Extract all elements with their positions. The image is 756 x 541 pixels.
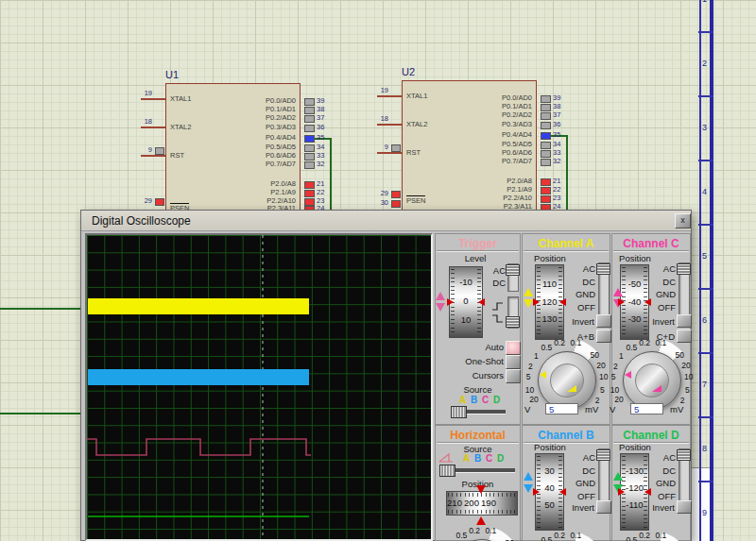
channel-c-gain-knob-value-field[interactable]: 5 [630,403,663,414]
pin-label: P0.1/AD1 [244,106,296,113]
trigger-source-channel-c[interactable]: C [482,395,489,405]
trigger-level-down-arrow[interactable] [436,303,445,312]
horizontal-source-channel-a[interactable]: A [463,453,470,464]
pin-label: XTAL2 [170,124,191,131]
channel-a-position-down-arrow[interactable] [524,299,533,308]
pin-number: 21 [553,178,560,185]
channel-b-gain-knob-scale-label: 0.1 [567,531,584,540]
dial-value: -30 [620,313,649,324]
dial-ticks [448,510,516,514]
trigger-source-channel-b[interactable]: B [471,395,477,405]
pin-stub [141,155,165,157]
channel-c-gain-knob-scale-label: 20 [610,395,627,404]
trigger-source-slider-knob[interactable] [451,406,467,418]
channel-b-invert-button[interactable] [596,500,611,514]
dial-value: 110 [535,279,564,289]
pin-number: 39 [553,94,560,102]
channel-a-invert-button[interactable] [596,314,611,328]
pin-label: XTAL1 [170,95,191,103]
trigger-coupling-switch-knob[interactable] [506,264,520,276]
trigger-auto-button[interactable] [506,341,521,355]
pin-state-indicator [541,95,551,103]
channel-a-gain-knob-marker [540,371,546,379]
pin-number: 33 [553,149,560,157]
pin-number: 21 [317,180,324,188]
pin-number: 34 [553,141,560,148]
channel-c-gain-knob-scale-label: 2 [607,362,624,371]
pin-state-indicator [304,181,315,189]
ruler-divider [698,95,713,97]
pin-state-indicator [541,150,551,158]
dial-value: 130 [535,313,564,324]
pin-number: 39 [317,97,324,105]
channel-a-invert-label: Invert [562,316,594,327]
dial-marker-left [618,488,625,496]
channel-d-position-label: Position [609,442,662,452]
pin-number: 22 [553,186,560,194]
trigger-source-channel-d[interactable]: D [493,395,500,405]
channel-b-coupling-switch-knob[interactable] [596,449,610,461]
horizontal-source-channel-b[interactable]: B [474,453,481,464]
trigger-title: Trigger [435,237,521,250]
pin-label: P0.5/AD5 [244,144,296,151]
pin-label: P0.3/AD3 [480,121,532,128]
channel-d-coupling-switch-knob[interactable] [677,449,691,461]
trigger-edge-switch-knob[interactable] [506,316,520,328]
channel-d-invert-button[interactable] [677,500,692,514]
pin-number: 29 [369,190,388,197]
channel-a-gain-knob-value-field[interactable]: 5 [545,403,578,414]
ruler-number: 3 [699,123,710,132]
pin-state-indicator [304,107,315,114]
pin-number: 22 [317,189,324,196]
channel-a-position-up-arrow[interactable] [524,288,533,296]
horizontal-source-channel-c[interactable]: C [486,453,492,464]
trigger-cursors-label: Cursors [440,370,504,380]
ruler-number: 8 [699,444,710,453]
channel-c-invert-button[interactable] [677,314,692,328]
pin-number: 37 [553,111,560,119]
pin-number: 38 [553,103,560,110]
pin-label: RST [170,152,184,160]
trigger-source-channel-a[interactable]: A [459,395,466,405]
horizontal-source-slider-knob[interactable] [439,465,455,477]
dial-value: -50 [620,279,649,289]
trigger-oneshot-button[interactable] [506,355,521,369]
pin-state-indicator [541,195,551,203]
ruler-number: 4 [699,187,710,196]
pin-label: PSEN [406,195,425,205]
horizontal-source-channel-d[interactable]: D [497,453,504,464]
dial-marker-bottom [476,516,486,525]
channel-b-coupling-gnd-label: GND [563,478,595,488]
dial-value: 30 [535,465,564,476]
channel-a-combine-button[interactable] [596,330,611,343]
pin-state-indicator [304,198,315,206]
pin-state-indicator [304,135,315,143]
close-button[interactable]: x [675,213,691,228]
channel-a-gain-knob-scale-label: 1 [527,351,544,361]
pin-state-indicator [304,125,315,132]
channel-c-gain-knob-scale-label: 10 [607,385,624,395]
channel-c-gain-knob-scale-label: 20 [678,361,695,370]
pin-state-indicator [541,104,551,111]
channel-c-coupling-switch-knob[interactable] [677,263,691,275]
scope-traces [87,235,431,539]
trigger-level-up-arrow[interactable] [436,292,445,300]
channel-b-coupling-dc-label: DC [563,465,595,476]
dial-value: -110 [620,499,649,510]
trace-c [87,439,311,455]
channel-a-coupling-gnd-label: GND [563,289,595,299]
pin-label: P0.0/AD0 [244,97,296,105]
pin-state-indicator [391,144,401,152]
channel-c-gain-knob-scale-label: 1 [612,351,629,361]
channel-c-combine-button[interactable] [677,330,692,343]
pin-label: P0.6/AD6 [244,152,296,160]
channel-b-position-up-arrow[interactable] [524,472,533,481]
channel-a-coupling-switch-knob[interactable] [596,263,610,275]
trigger-cursors-button[interactable] [506,369,521,383]
channel-c-gain-knob-unit-right: mV [670,404,683,414]
channel-a-coupling-dc-label: DC [563,277,595,287]
channel-c-position-up-arrow[interactable] [613,288,623,296]
channel-d-position-up-arrow[interactable] [613,472,623,481]
pin-state-indicator [391,200,401,208]
channel-b-position-down-arrow[interactable] [524,484,533,493]
